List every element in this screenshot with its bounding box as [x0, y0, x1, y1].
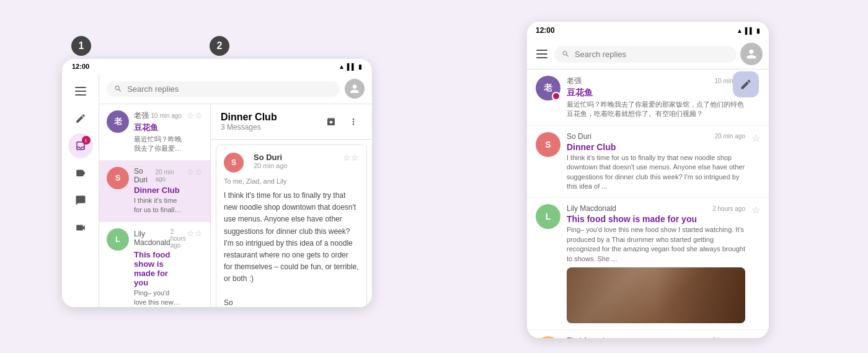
right-search-input[interactable] [575, 50, 729, 59]
message-preview: 最近忙吗？昨晚我去了你最爱的那家饭馆，点了他们的特色豆花鱼，吃着吃着就想你了。 [134, 135, 182, 154]
list-item[interactable]: 老 老强 10 min ago 豆花鱼 最近忙吗？昨晚我去了你最爱的那家饭馆，点… [99, 104, 210, 161]
unread-badge [552, 92, 560, 101]
message-subject: Dinner Club [134, 185, 182, 195]
sidebar-inbox-icon[interactable]: 1 [68, 133, 93, 158]
email-item: S So Duri 20 min ago ☆ To me, Ziad, and … [216, 145, 367, 307]
message-preview: Ping– you'd love this new food show I st… [134, 288, 182, 307]
message-time: 10 min ago [151, 112, 182, 119]
star-icon[interactable]: ☆ [187, 167, 203, 177]
email-body: I think it's time for us to finally try … [224, 190, 359, 307]
message-preview: Ping– you'd love this new food show I st… [567, 225, 745, 264]
left-search-input[interactable] [127, 84, 332, 94]
list-item[interactable]: L Lily Macdonald 2 hours ago This food s… [99, 222, 210, 307]
message-content: 老强 10 min ago 豆花鱼 最近忙吗？昨晚我去了你最爱的那家饭馆，点了他… [134, 110, 182, 154]
left-message-list: 老 老强 10 min ago 豆花鱼 最近忙吗？昨晚我去了你最爱的那家饭馆，点… [99, 104, 211, 307]
svg-rect-4 [536, 53, 547, 55]
avatar: S [536, 132, 560, 157]
message-subject: Dinner Club [567, 142, 745, 152]
sender-name: So Duri [134, 167, 155, 184]
list-item[interactable]: Z Ziad Aouad 6 hours ago Volunteer EMT w… [527, 330, 769, 338]
email-time: 20 min ago [254, 162, 338, 169]
message-preview: I think it's time for us to finally try … [567, 153, 745, 192]
sender-name: So Duri [567, 132, 591, 141]
right-user-avatar[interactable] [740, 43, 763, 65]
signal-icon: ▌▌ [347, 63, 356, 70]
sidebar-chat-icon[interactable] [68, 188, 93, 213]
left-sidebar: 1 [62, 74, 99, 307]
conversation-header: Dinner Club 3 Messages [211, 104, 372, 140]
right-menu-icon[interactable] [533, 45, 551, 63]
right-status-bar: 12:00 ▲ ▌▌ ▮ [527, 22, 769, 39]
right-compose-button[interactable] [733, 71, 759, 97]
message-content: So Duri 20 min ago Dinner Club I think i… [134, 167, 182, 215]
list-item[interactable]: L Lily Macdonald 2 hours ago This food s… [527, 198, 769, 330]
list-item[interactable]: S So Duri 20 min ago Dinner Club I think… [99, 161, 210, 222]
avatar: L [107, 228, 129, 251]
right-top-bar [527, 39, 769, 69]
star-icon[interactable]: ☆ [751, 336, 760, 338]
left-time: 12:00 [72, 63, 89, 70]
conversation-actions [322, 113, 362, 130]
sidebar-menu-icon[interactable] [68, 79, 93, 104]
message-content: Ziad Aouad 6 hours ago Volunteer EMT wit… [567, 336, 745, 338]
message-time: 6 hours ago [712, 337, 745, 338]
avatar: L [536, 204, 560, 229]
search-icon [562, 50, 570, 58]
sidebar-video-icon[interactable] [68, 215, 93, 240]
battery-icon: ▮ [358, 63, 362, 70]
star-icon[interactable]: ☆ [343, 153, 359, 163]
svg-rect-2 [75, 94, 86, 96]
list-item[interactable]: S So Duri 20 min ago Dinner Club I think… [527, 126, 769, 199]
signal-icon: ▌▌ [745, 27, 754, 34]
sender-name: 老强 [567, 76, 582, 86]
email-from: So Duri [254, 153, 338, 162]
sender-name: Lily Macdonald [567, 204, 616, 213]
sender-name: Ziad Aouad [567, 336, 604, 338]
svg-rect-1 [75, 91, 86, 92]
email-list: S So Duri 20 min ago ☆ To me, Ziad, and … [211, 140, 372, 307]
avatar: S [107, 167, 129, 189]
food-thumbnail [567, 267, 745, 323]
message-time: 20 min ago [155, 169, 182, 182]
left-search-wrap[interactable] [107, 81, 340, 97]
avatar: Z [536, 336, 560, 338]
sidebar-compose-icon[interactable] [68, 106, 93, 131]
left-search-bar [99, 74, 372, 104]
more-button[interactable] [345, 113, 362, 130]
left-status-icons: ▲ ▌▌ ▮ [339, 63, 362, 70]
right-time: 12:00 [536, 26, 555, 35]
message-content: So Duri 20 min ago Dinner Club I think i… [567, 132, 745, 192]
right-search-wrap[interactable] [554, 46, 737, 63]
message-subject: 豆花鱼 [567, 87, 745, 99]
star-icon[interactable]: ☆ [187, 228, 203, 238]
archive-button[interactable] [322, 113, 340, 130]
message-subject: This food show is made for you [567, 214, 745, 224]
conversation-title: Dinner Club [221, 112, 277, 123]
left-split: 老 老强 10 min ago 豆花鱼 最近忙吗？昨晚我去了你最爱的那家饭馆，点… [99, 104, 372, 307]
message-time: 2 hours ago [712, 205, 745, 212]
step-2-badge: 2 [210, 36, 229, 56]
message-subject: 豆花鱼 [134, 122, 182, 133]
star-icon[interactable]: ☆ [751, 204, 760, 216]
star-icon[interactable]: ☆ [187, 110, 203, 120]
message-preview: 最近忙吗？昨晚我去了你最爱的那家饭馆，点了他们的特色豆花鱼，吃着吃着就想你了。有… [567, 100, 745, 119]
message-content: Lily Macdonald 2 hours ago This food sho… [567, 204, 745, 323]
left-user-avatar[interactable] [345, 79, 365, 99]
message-subject: This food show is made for you [134, 250, 182, 287]
email-to: To me, Ziad, and Lily [224, 177, 359, 185]
right-message-list: 老 老强 10 min ago 豆花鱼 最近忙吗？昨晚我去了你最爱的那家饭馆，点… [527, 69, 769, 338]
message-time: 2 hours ago [170, 228, 186, 249]
left-phone: 12:00 ▲ ▌▌ ▮ 1 [62, 59, 372, 307]
star-icon[interactable]: ☆ [751, 132, 760, 144]
step-1-badge: 1 [71, 36, 91, 56]
svg-rect-3 [536, 50, 547, 51]
wifi-icon: ▲ [737, 27, 743, 34]
message-preview: I think it's time for us to finally try … [134, 196, 182, 215]
sidebar-label-icon[interactable] [68, 161, 93, 185]
right-phone: 12:00 ▲ ▌▌ ▮ 老 [527, 22, 769, 338]
left-main: 老 老强 10 min ago 豆花鱼 最近忙吗？昨晚我去了你最爱的那家饭馆，点… [99, 74, 372, 307]
sender-name: 老强 [134, 110, 149, 121]
search-icon [114, 84, 122, 93]
wifi-icon: ▲ [339, 63, 345, 70]
sender-name: Lily Macdonald [134, 230, 170, 247]
